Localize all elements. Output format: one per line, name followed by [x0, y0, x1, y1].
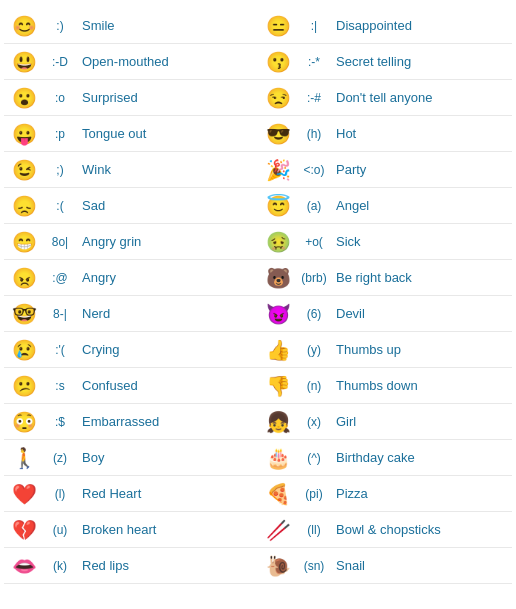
emoji-icon: 🤢 — [264, 228, 292, 256]
emoji-name: Thumbs down — [336, 378, 418, 393]
list-item: 😉 ;) Wink — [4, 152, 258, 188]
emoji-code: (pi) — [292, 487, 336, 501]
emoji-icon: 🐻 — [264, 264, 292, 292]
emoji-icon: 😢 — [10, 336, 38, 364]
emoji-name: Confused — [82, 378, 138, 393]
emoji-icon: 😃 — [10, 48, 38, 76]
emoji-code: :p — [38, 127, 82, 141]
emoji-icon: 👧 — [264, 408, 292, 436]
emoji-icon: 😇 — [264, 192, 292, 220]
list-item: 😈 (6) Devil — [258, 296, 512, 332]
emoji-name: Broken heart — [82, 522, 156, 537]
emoji-name: Surprised — [82, 90, 138, 105]
emoji-name: Hot — [336, 126, 356, 141]
list-item: 😢 :'( Crying — [4, 332, 258, 368]
emoji-icon: 😞 — [10, 192, 38, 220]
list-item: 🎉 <:o) Party — [258, 152, 512, 188]
emoji-code: (^) — [292, 451, 336, 465]
list-item: 😛 :p Tongue out — [4, 116, 258, 152]
emoji-icon: 💔 — [10, 516, 38, 544]
emoji-name: Angel — [336, 198, 369, 213]
emoji-icon: 👍 — [264, 336, 292, 364]
emoji-code: (a) — [292, 199, 336, 213]
list-item: 😎 (h) Hot — [258, 116, 512, 152]
list-item: 🚶 (z) Boy — [4, 440, 258, 476]
emoji-icon: 😈 — [264, 300, 292, 328]
emoji-code: (h) — [292, 127, 336, 141]
list-item: 😕 :s Confused — [4, 368, 258, 404]
emoji-icon: 😳 — [10, 408, 38, 436]
list-item: 🤢 +o( Sick — [258, 224, 512, 260]
list-item: 🐻 (brb) Be right back — [258, 260, 512, 296]
emoji-name: Tongue out — [82, 126, 146, 141]
list-item: 😞 :( Sad — [4, 188, 258, 224]
list-item: 👎 (n) Thumbs down — [258, 368, 512, 404]
emoji-code: 8o| — [38, 235, 82, 249]
list-item: 😁 8o| Angry grin — [4, 224, 258, 260]
list-item: 😠 :@ Angry — [4, 260, 258, 296]
list-item: 🍕 (pi) Pizza — [258, 476, 512, 512]
emoji-name: Wink — [82, 162, 111, 177]
list-item: 💔 (u) Broken heart — [4, 512, 258, 548]
emoji-code: (k) — [38, 559, 82, 573]
emoji-code: <:o) — [292, 163, 336, 177]
emoji-icon: 😎 — [264, 120, 292, 148]
emoji-icon: 👎 — [264, 372, 292, 400]
emoji-code: :| — [292, 19, 336, 33]
emoji-name: Angry — [82, 270, 116, 285]
emoji-name: Angry grin — [82, 234, 141, 249]
emoji-code: :( — [38, 199, 82, 213]
emoji-name: Red lips — [82, 558, 129, 573]
list-item: 😗 :-* Secret telling — [258, 44, 512, 80]
emoji-name: Girl — [336, 414, 356, 429]
emoji-icon: 😗 — [264, 48, 292, 76]
emoji-icon: ❤️ — [10, 480, 38, 508]
emoji-code: :'( — [38, 343, 82, 357]
emoji-name: Don't tell anyone — [336, 90, 432, 105]
emoji-icon: 👄 — [10, 552, 38, 580]
emoji-icon: 🤓 — [10, 300, 38, 328]
emoji-name: Smile — [82, 18, 115, 33]
list-item: 👧 (x) Girl — [258, 404, 512, 440]
emoji-icon: 😉 — [10, 156, 38, 184]
list-item: 🐌 (sn) Snail — [258, 548, 512, 584]
list-item: ❤️ (l) Red Heart — [4, 476, 258, 512]
list-item: 😃 :-D Open-mouthed — [4, 44, 258, 80]
emoji-code: :s — [38, 379, 82, 393]
emoji-code: (ll) — [292, 523, 336, 537]
list-item: 😇 (a) Angel — [258, 188, 512, 224]
emoji-icon: 🍕 — [264, 480, 292, 508]
emoji-icon: 🎂 — [264, 444, 292, 472]
emoji-name: Sick — [336, 234, 361, 249]
emoji-code: (sn) — [292, 559, 336, 573]
emoji-code: (brb) — [292, 271, 336, 285]
emoji-icon: 😊 — [10, 12, 38, 40]
emoji-name: Birthday cake — [336, 450, 415, 465]
emoji-code: (6) — [292, 307, 336, 321]
emoji-icon: 🎉 — [264, 156, 292, 184]
emoji-code: :-# — [292, 91, 336, 105]
list-item: 🤓 8-| Nerd — [4, 296, 258, 332]
list-item: 😒 :-# Don't tell anyone — [258, 80, 512, 116]
emoji-code: (l) — [38, 487, 82, 501]
emoji-code: 8-| — [38, 307, 82, 321]
emoji-code: :-D — [38, 55, 82, 69]
emoji-name: Embarrassed — [82, 414, 159, 429]
list-item: 😑 :| Disappointed — [258, 8, 512, 44]
emoji-icon: 😠 — [10, 264, 38, 292]
emoji-icon: 🐌 — [264, 552, 292, 580]
emoji-icon: 😕 — [10, 372, 38, 400]
emoji-name: Bowl & chopsticks — [336, 522, 441, 537]
emoji-name: Boy — [82, 450, 104, 465]
emoji-table: 😊 :) Smile 😑 :| Disappointed 😃 :-D Open-… — [4, 8, 512, 584]
emoji-code: :-* — [292, 55, 336, 69]
list-item: 👍 (y) Thumbs up — [258, 332, 512, 368]
emoji-icon: 😮 — [10, 84, 38, 112]
emoji-icon: 🚶 — [10, 444, 38, 472]
emoji-code: :) — [38, 19, 82, 33]
emoji-name: Thumbs up — [336, 342, 401, 357]
emoji-code: ;) — [38, 163, 82, 177]
list-item: 😊 :) Smile — [4, 8, 258, 44]
emoji-code: :@ — [38, 271, 82, 285]
list-item: 🥢 (ll) Bowl & chopsticks — [258, 512, 512, 548]
